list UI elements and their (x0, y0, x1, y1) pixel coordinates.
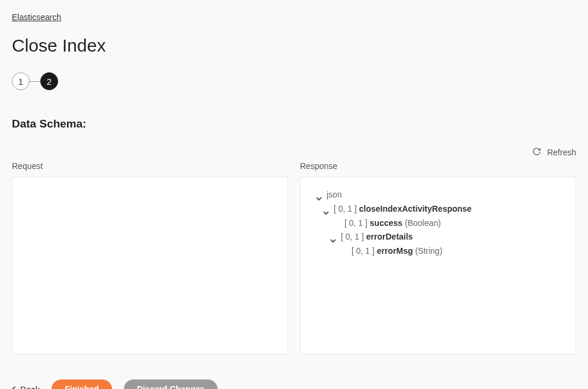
request-label: Request (12, 161, 288, 171)
discard-changes-button[interactable]: Discard Changes (124, 380, 218, 389)
step-2[interactable]: 2 (40, 72, 58, 90)
tree-node-success[interactable]: [ 0, 1 ] success (Boolean) (311, 216, 565, 231)
tree-node-label: errorMsg (377, 246, 413, 256)
stepper: 1 2 (12, 72, 576, 90)
tree-cardinality: [ 0, 1 ] (351, 246, 375, 256)
tree-node-errorMsg[interactable]: [ 0, 1 ] errorMsg (String) (311, 244, 565, 259)
back-label: Back (20, 384, 40, 390)
request-panel[interactable] (12, 177, 288, 355)
tree-node-label: json (327, 188, 342, 202)
tree-node-label: closeIndexActivityResponse (359, 204, 472, 213)
tree-type: (Boolean) (405, 218, 441, 228)
tree-type: (String) (415, 246, 442, 256)
chevron-down-icon (330, 234, 336, 240)
tree-cardinality: [ 0, 1 ] (341, 232, 364, 241)
response-panel-col: Response json [ 0, 1 ] closeIndexActivit… (300, 161, 576, 355)
chevron-down-icon (323, 206, 329, 212)
refresh-icon (532, 147, 541, 158)
page-title: Close Index (12, 36, 576, 56)
refresh-label: Refresh (547, 148, 576, 157)
step-connector (30, 81, 40, 82)
tree-cardinality: [ 0, 1 ] (344, 218, 368, 228)
step-1[interactable]: 1 (12, 72, 30, 90)
tree-node-label: success (370, 218, 402, 228)
footer-actions: Back Finished Discard Changes (12, 380, 576, 389)
refresh-button[interactable]: Refresh (532, 147, 576, 158)
request-panel-col: Request (12, 161, 288, 355)
section-title: Data Schema: (12, 117, 576, 130)
tree-node-json[interactable]: json (311, 188, 565, 202)
tree-node-label: errorDetails (366, 232, 413, 241)
tree-cardinality: [ 0, 1 ] (334, 204, 357, 213)
response-panel[interactable]: json [ 0, 1 ] closeIndexActivityResponse… (300, 177, 576, 355)
finished-button[interactable]: Finished (52, 380, 112, 389)
breadcrumb-link[interactable]: Elasticsearch (12, 12, 61, 22)
chevron-down-icon (316, 192, 322, 198)
tree-node-errorDetails[interactable]: [ 0, 1 ] errorDetails (311, 230, 565, 244)
tree-node-closeIndexActivityResponse[interactable]: [ 0, 1 ] closeIndexActivityResponse (311, 202, 565, 216)
back-button[interactable]: Back (12, 384, 40, 390)
response-label: Response (300, 161, 576, 171)
chevron-left-icon (12, 384, 17, 390)
